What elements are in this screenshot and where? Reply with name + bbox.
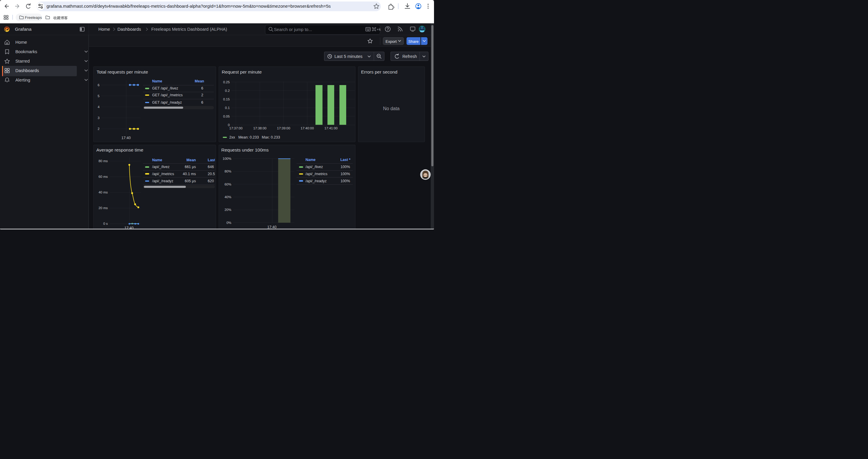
svg-text:17:40:00: 17:40:00 [301, 126, 314, 130]
svg-text:20%: 20% [224, 208, 231, 211]
svg-text:0 s: 0 s [103, 222, 108, 225]
svg-text:3: 3 [98, 116, 99, 120]
svg-text:60%: 60% [224, 183, 231, 186]
svg-text:0.25: 0.25 [223, 80, 229, 84]
svg-text:40%: 40% [224, 195, 231, 199]
svg-text:100%: 100% [223, 157, 231, 160]
svg-text:17:41:00: 17:41:00 [324, 126, 338, 130]
svg-text:0.2: 0.2 [225, 89, 230, 93]
svg-text:20 ms: 20 ms [98, 206, 108, 210]
svg-text:40 ms: 40 ms [98, 191, 108, 194]
svg-text:17:37:00: 17:37:00 [229, 126, 243, 130]
svg-text:0%: 0% [226, 221, 231, 225]
svg-text:80 ms: 80 ms [98, 159, 108, 163]
svg-text:0.15: 0.15 [223, 97, 229, 101]
svg-text:0.1: 0.1 [225, 106, 230, 109]
svg-text:6: 6 [98, 83, 99, 87]
svg-text:17:40: 17:40 [121, 136, 131, 140]
svg-text:17:38:00: 17:38:00 [253, 126, 267, 130]
svg-text:0.05: 0.05 [223, 114, 229, 118]
svg-text:17:39:00: 17:39:00 [277, 126, 290, 130]
svg-text:60 ms: 60 ms [98, 175, 108, 178]
svg-text:80%: 80% [224, 169, 231, 173]
svg-text:5: 5 [98, 94, 99, 98]
svg-text:4: 4 [98, 105, 100, 109]
svg-text:2: 2 [98, 127, 99, 131]
